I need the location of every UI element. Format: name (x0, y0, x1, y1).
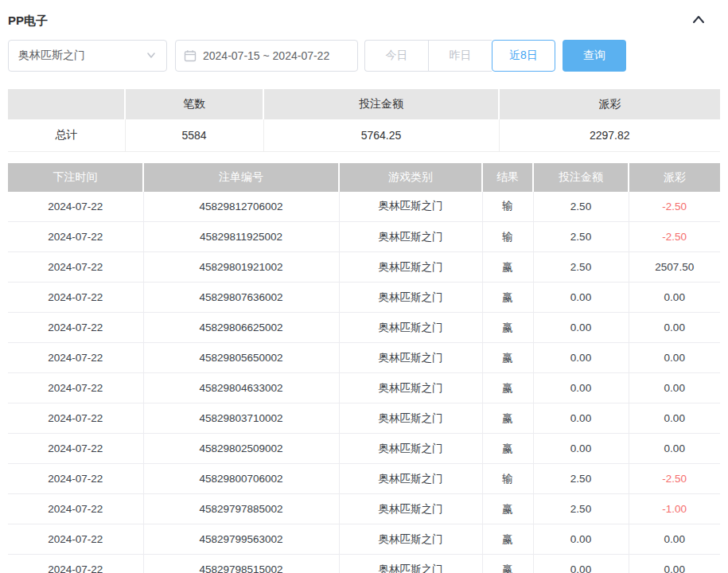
result-cell: 赢 (482, 524, 533, 555)
bet-amount-cell: 0.00 (533, 434, 629, 464)
table-row: 2024-07-2245829804633002奥林匹斯之门赢0.000.00 (8, 373, 720, 403)
bet-time-cell: 2024-07-22 (8, 313, 143, 343)
game-type-cell: 奥林匹斯之门 (339, 313, 482, 343)
game-select[interactable]: 奥林匹斯之门 (8, 40, 167, 72)
header-bet-time: 下注时间 (8, 163, 143, 192)
result-cell: 赢 (482, 494, 533, 524)
result-cell: 赢 (482, 343, 533, 373)
page-title: PP电子 (8, 14, 48, 29)
bet-time-cell: 2024-07-22 (8, 494, 143, 524)
bet-amount-cell: 0.00 (533, 373, 629, 403)
bet-id-cell: 45829802509002 (143, 434, 339, 464)
table-row: 2024-07-2245829801921002奥林匹斯之门赢2.502507.… (8, 252, 720, 283)
bet-id-cell: 45829805650002 (143, 343, 339, 373)
chevron-down-icon (146, 49, 157, 63)
table-row: 2024-07-2245829805650002奥林匹斯之门赢0.000.00 (8, 343, 720, 373)
date-range-input[interactable]: 2024-07-15 ~ 2024-07-22 (175, 40, 358, 72)
result-cell: 赢 (482, 283, 533, 313)
pp-games-report-panel: PP电子 奥林匹斯之门 2024-07-15 ~ 2024-07- (0, 0, 728, 573)
bet-table-body: 2024-07-2245829812706002奥林匹斯之门输2.50-2.50… (8, 192, 720, 573)
summary-total-count: 5584 (125, 119, 263, 151)
table-row: 2024-07-2245829799563002奥林匹斯之门赢0.000.00 (8, 524, 720, 555)
bet-time-cell: 2024-07-22 (8, 343, 143, 373)
payout-cell: 0.00 (629, 343, 720, 373)
bet-amount-cell: 2.50 (533, 192, 629, 222)
header-payout: 派彩 (629, 163, 720, 192)
summary-header-row: 笔数 投注金额 派彩 (8, 89, 720, 119)
game-type-cell: 奥林匹斯之门 (339, 373, 482, 403)
summary-header-count: 笔数 (125, 89, 263, 119)
bet-time-cell: 2024-07-22 (8, 222, 143, 252)
summary-total-row: 总计 5584 5764.25 2297.82 (8, 119, 720, 151)
game-type-cell: 奥林匹斯之门 (339, 403, 482, 434)
game-type-cell: 奥林匹斯之门 (339, 343, 482, 373)
collapse-panel-button[interactable] (688, 10, 709, 31)
header-game-type: 游戏类别 (339, 163, 482, 192)
table-row: 2024-07-2245829800706002奥林匹斯之门输2.50-2.50 (8, 464, 720, 494)
bet-amount-cell: 0.00 (533, 524, 629, 555)
payout-cell: 0.00 (629, 373, 720, 403)
summary-header-payout: 派彩 (499, 89, 720, 119)
bet-id-cell: 45829797885002 (143, 494, 339, 524)
header-bet-id: 注单编号 (143, 163, 339, 192)
bet-amount-cell: 2.50 (533, 252, 629, 283)
table-row: 2024-07-2245829798515002奥林匹斯之门赢0.000.00 (8, 555, 720, 573)
game-type-cell: 奥林匹斯之门 (339, 222, 482, 252)
chevron-up-icon (691, 12, 707, 30)
game-type-cell: 奥林匹斯之门 (339, 252, 482, 283)
query-button[interactable]: 查询 (563, 40, 626, 72)
bet-table-header-row: 下注时间 注单编号 游戏类别 结果 投注金额 派彩 (8, 163, 720, 192)
game-type-cell: 奥林匹斯之门 (339, 283, 482, 313)
bet-id-cell: 45829803710002 (143, 403, 339, 434)
summary-header-empty (8, 89, 125, 119)
bet-time-cell: 2024-07-22 (8, 373, 143, 403)
filter-bar: 奥林匹斯之门 2024-07-15 ~ 2024-07-22 今日 昨日 近8日… (8, 40, 720, 72)
bet-time-cell: 2024-07-22 (8, 192, 143, 222)
table-row: 2024-07-2245829803710002奥林匹斯之门赢0.000.00 (8, 403, 720, 434)
payout-cell: -2.50 (629, 192, 720, 222)
bet-id-cell: 45829800706002 (143, 464, 339, 494)
quick-range-today-button[interactable]: 今日 (364, 40, 428, 72)
summary-total-label: 总计 (8, 119, 125, 151)
game-type-cell: 奥林匹斯之门 (339, 524, 482, 555)
bet-id-cell: 45829811925002 (143, 222, 339, 252)
header-result: 结果 (482, 163, 533, 192)
header-bet-amount: 投注金额 (533, 163, 629, 192)
game-type-cell: 奥林匹斯之门 (339, 555, 482, 573)
result-cell: 输 (482, 222, 533, 252)
table-row: 2024-07-2245829811925002奥林匹斯之门输2.50-2.50 (8, 222, 720, 252)
payout-cell: 0.00 (629, 555, 720, 573)
bet-amount-cell: 2.50 (533, 464, 629, 494)
game-type-cell: 奥林匹斯之门 (339, 192, 482, 222)
payout-cell: -2.50 (629, 222, 720, 252)
calendar-icon (184, 49, 197, 62)
quick-range-last8days-button[interactable]: 近8日 (492, 40, 555, 72)
payout-cell: 0.00 (629, 434, 720, 464)
bet-id-cell: 45829801921002 (143, 252, 339, 283)
bet-amount-cell: 0.00 (533, 283, 629, 313)
payout-cell: 2507.50 (629, 252, 720, 283)
payout-cell: 0.00 (629, 524, 720, 555)
payout-cell: 0.00 (629, 283, 720, 313)
payout-cell: 0.00 (629, 313, 720, 343)
game-type-cell: 奥林匹斯之门 (339, 494, 482, 524)
bet-amount-cell: 0.00 (533, 403, 629, 434)
bet-time-cell: 2024-07-22 (8, 464, 143, 494)
summary-table: 笔数 投注金额 派彩 总计 5584 5764.25 2297.82 (8, 89, 720, 152)
bet-time-cell: 2024-07-22 (8, 555, 143, 573)
quick-range-yesterday-button[interactable]: 昨日 (428, 40, 492, 72)
bet-time-cell: 2024-07-22 (8, 434, 143, 464)
summary-header-bet-amount: 投注金额 (263, 89, 499, 119)
bet-amount-cell: 2.50 (533, 494, 629, 524)
result-cell: 赢 (482, 403, 533, 434)
bet-id-cell: 45829799563002 (143, 524, 339, 555)
date-range-value: 2024-07-15 ~ 2024-07-22 (203, 49, 329, 62)
game-select-value: 奥林匹斯之门 (18, 49, 146, 63)
result-cell: 赢 (482, 373, 533, 403)
payout-cell: -2.50 (629, 464, 720, 494)
payout-cell: 0.00 (629, 403, 720, 434)
table-row: 2024-07-2245829812706002奥林匹斯之门输2.50-2.50 (8, 192, 720, 222)
result-cell: 输 (482, 464, 533, 494)
table-row: 2024-07-2245829797885002奥林匹斯之门赢2.50-1.00 (8, 494, 720, 524)
summary-total-bet-amount: 5764.25 (263, 119, 499, 151)
